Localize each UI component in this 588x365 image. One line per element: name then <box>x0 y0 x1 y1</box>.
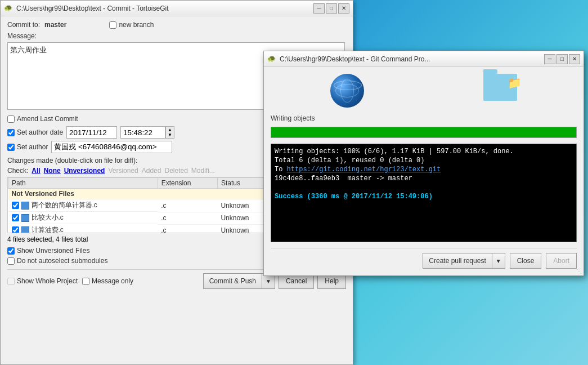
amend-option[interactable]: Amend Last Commit <box>7 115 78 123</box>
folder-icon-container: 📁 <box>483 74 517 108</box>
file-check-1[interactable] <box>12 202 19 209</box>
log-success-line: Success (3360 ms @ 2017/11/12 15:49:06) <box>275 193 573 201</box>
progress-titlebar-left: 🐢 C:\Users\hgr99\Desktop\text - Git Comm… <box>267 55 430 64</box>
check-label: Check: <box>7 167 28 175</box>
commit-to-row: Commit to: master new branch <box>7 21 346 29</box>
show-whole-project-option[interactable]: Show Whole Project <box>7 277 78 285</box>
show-unversioned-label: Show Unversioned Files <box>17 247 89 255</box>
progress-titlebar-buttons: ─ □ ✕ <box>544 54 580 64</box>
show-unversioned-checkbox[interactable] <box>7 247 15 255</box>
titlebar-buttons: ─ □ ✕ <box>313 3 349 14</box>
filter-modified[interactable]: Modifi... <box>191 167 215 175</box>
progress-bar-container <box>271 127 577 138</box>
repo-link[interactable]: https://git.coding.net/hgr123/text.git <box>287 166 441 173</box>
set-author-date-label: Set author date <box>17 128 63 136</box>
set-author-date-option[interactable]: Set author date <box>7 128 63 136</box>
show-whole-project-checkbox[interactable] <box>7 278 15 285</box>
maximize-button[interactable]: □ <box>326 3 337 14</box>
date-input[interactable] <box>66 126 117 139</box>
file-path-3: 计算油费.c <box>8 224 158 233</box>
set-author-label: Set author <box>17 143 48 151</box>
create-pull-request-button[interactable]: Create pull request <box>423 253 491 269</box>
file-ext-1: .c <box>158 199 217 212</box>
message-only-label: Message only <box>92 277 133 285</box>
filter-all[interactable]: All <box>32 167 40 175</box>
log-line-5 <box>275 184 573 192</box>
progress-minimize-button[interactable]: ─ <box>544 54 555 64</box>
resize-grip[interactable]: ⋱ <box>574 266 583 275</box>
progress-status-label: Writing objects <box>271 114 577 122</box>
progress-tortoisegit-icon: 🐢 <box>267 55 276 64</box>
col-extension: Extension <box>158 178 217 189</box>
progress-bottom-buttons: Create pull request ▼ Close Abort <box>271 248 577 269</box>
do-not-autoselect-label: Do not autoselect submodules <box>17 257 107 265</box>
commit-titlebar: 🐢 C:\Users\hgr99\Desktop\text - Commit -… <box>1 1 353 16</box>
progress-window: 🐢 C:\Users\hgr99\Desktop\text - Git Comm… <box>263 51 584 276</box>
globe-icon-container <box>330 74 364 108</box>
progress-titlebar: 🐢 C:\Users\hgr99\Desktop\text - Git Comm… <box>264 51 583 67</box>
commit-push-button[interactable]: Commit & Push <box>203 273 262 289</box>
progress-window-title: C:\Users\hgr99\Desktop\text - Git Comman… <box>280 55 430 63</box>
time-input[interactable] <box>120 126 165 139</box>
filter-added[interactable]: Added <box>142 167 161 175</box>
show-whole-project-label: Show Whole Project <box>17 277 78 285</box>
titlebar-left: 🐢 C:\Users\hgr99\Desktop\text - Commit -… <box>4 4 169 13</box>
file-icon-1 <box>21 202 29 210</box>
new-branch-checkbox[interactable] <box>109 21 116 29</box>
branch-name: master <box>44 21 66 29</box>
filter-versioned[interactable]: Versioned <box>108 167 138 175</box>
new-branch-label: new branch <box>119 21 154 29</box>
progress-maximize-button[interactable]: □ <box>556 54 568 64</box>
filter-unversioned[interactable]: Unversioned <box>64 167 105 175</box>
amend-checkbox[interactable] <box>7 115 15 123</box>
time-spin-button[interactable]: ▲ ▼ <box>165 126 174 139</box>
log-line-1: Writing objects: 100% (6/6), 1.17 KiB | … <box>275 148 573 155</box>
tortoisegit-icon: 🐢 <box>4 4 13 13</box>
col-path: Path <box>8 178 158 189</box>
file-icon-3 <box>21 226 29 234</box>
set-author-checkbox[interactable] <box>7 144 15 151</box>
new-branch-option[interactable]: new branch <box>109 21 154 29</box>
commit-window-title: C:\Users\hgr99\Desktop\text - Commit - T… <box>16 5 169 12</box>
file-ext-2: .c <box>158 212 217 224</box>
message-only-checkbox[interactable] <box>82 278 89 285</box>
progress-close-button[interactable]: ✕ <box>569 54 580 64</box>
amend-label: Amend Last Commit <box>17 115 78 123</box>
progress-body: 📁 Writing objects Writing objects: 100% … <box>264 67 583 275</box>
progress-close-btn[interactable]: Close <box>510 253 542 269</box>
abort-button[interactable]: Abort <box>546 253 577 269</box>
log-line-2: Total 6 (delta 1), reused 0 (delta 0) <box>275 157 573 164</box>
file-path-1: 两个数的简单计算器.c <box>8 199 158 212</box>
minimize-button[interactable]: ─ <box>313 3 325 14</box>
set-author-date-checkbox[interactable] <box>7 129 15 136</box>
create-pull-request-arrow[interactable]: ▼ <box>492 253 505 269</box>
folder-icon: 📁 <box>483 74 517 101</box>
set-author-option[interactable]: Set author <box>7 143 48 151</box>
left-bottom: Show Whole Project Message only <box>7 277 133 285</box>
message-label: Message: <box>7 32 346 40</box>
file-path-2: 比较大小.c <box>8 212 158 224</box>
log-line-4: 19c4de8..faa9eb3 master -> master <box>275 175 573 182</box>
file-check-2[interactable] <box>12 214 19 221</box>
file-icon-2 <box>21 214 29 222</box>
globe-icon <box>330 74 364 108</box>
do-not-autoselect-checkbox[interactable] <box>7 257 15 265</box>
log-line-3: To https://git.coding.net/hgr123/text.gi… <box>275 166 573 173</box>
progress-bar-fill <box>271 127 576 137</box>
files-selected-label: 4 files selected, 4 files total <box>7 235 88 243</box>
progress-icons: 📁 <box>271 74 577 108</box>
file-ext-3: .c <box>158 224 217 233</box>
progress-log: Writing objects: 100% (6/6), 1.17 KiB | … <box>271 144 577 242</box>
commit-to-label: Commit to: <box>7 21 40 29</box>
filter-none[interactable]: None <box>44 167 61 175</box>
close-button[interactable]: ✕ <box>338 3 349 14</box>
message-only-option[interactable]: Message only <box>82 277 133 285</box>
author-input[interactable] <box>51 141 172 153</box>
file-check-3[interactable] <box>12 226 19 233</box>
filter-deleted[interactable]: Deleted <box>164 167 187 175</box>
